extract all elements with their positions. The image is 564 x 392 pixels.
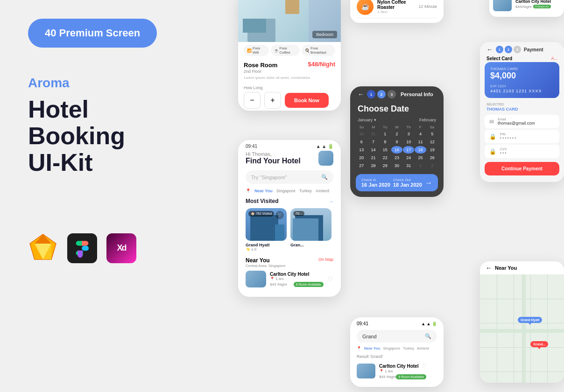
top-hotel-item: Carlton City Hotel $45/Night 8 Room Av <box>493 0 560 13</box>
room-floor: 2nd Floor <box>244 69 335 74</box>
cal-day-31prev[interactable]: 31 <box>367 130 379 138</box>
cal-day-8[interactable]: 8 <box>380 138 391 146</box>
favorite-icon-1[interactable]: ♡ <box>275 211 284 219</box>
book-now-button[interactable]: Book Now <box>285 93 329 108</box>
search-input-bar[interactable]: Grand 🔍 <box>357 330 437 343</box>
hotel-badge-1: 🏠 782 Visited <box>248 211 274 217</box>
screens-area: Carlton City Hotel $45/Night 8 Room Av ☕… <box>196 0 564 392</box>
cal-day-25[interactable]: 25 <box>415 154 426 161</box>
cal-day-11[interactable]: 11 <box>415 138 426 146</box>
cal-day-2[interactable]: 2 <box>391 130 402 138</box>
tag-turkey[interactable]: Turkey <box>299 189 312 193</box>
search-tag-sg[interactable]: Singapore <box>383 346 400 350</box>
email-icon: ✉ <box>489 119 494 125</box>
on-map-link[interactable]: On Map <box>318 257 333 268</box>
cal-day-29[interactable]: 29 <box>380 162 391 169</box>
favorite-icon-near[interactable]: ♡ <box>327 275 333 283</box>
coffee-info: Nylon Coffee Roaster 1.3km <box>377 0 415 14</box>
step-3: 3 <box>388 90 396 98</box>
search-bar[interactable]: Try "Singapore" 🔍 <box>246 170 333 184</box>
calendar-grid: SuMTuWThFSa 30 31 1 2 3 4 5 6 7 8 9 10 1… <box>350 124 444 170</box>
greeting: Hi Thomas, Find Your Hotel <box>246 151 301 165</box>
add-card-link[interactable]: A... <box>551 56 557 61</box>
amenity-breakfast: 🍳Free Breakfast <box>302 45 335 56</box>
cal-day-19[interactable]: 19 <box>427 146 438 154</box>
tag-near-you[interactable]: Near You <box>254 189 273 193</box>
cal-day-16[interactable]: 16 <box>391 146 402 154</box>
tag-amterd[interactable]: Amterd <box>316 189 329 193</box>
cal-day-9[interactable]: 9 <box>391 138 402 146</box>
search-icon-bar: 🔍 <box>425 333 431 339</box>
title-line2: UI-Kit <box>28 149 93 176</box>
cal-day-3[interactable]: 3 <box>403 130 414 138</box>
calendar-step-label: Personal Info <box>401 91 433 97</box>
search-tag-amterd[interactable]: Amterd <box>417 346 429 350</box>
hotel-card-1[interactable]: 🏠 782 Visited ♡ Grand Hyatt ⭐4.8 <box>246 208 287 252</box>
most-visited-link[interactable]: → <box>329 199 333 204</box>
calendar-confirm-arrow[interactable]: → <box>425 179 432 187</box>
cal-day-15[interactable]: 15 <box>380 146 391 154</box>
title-line1: Hotel Booking <box>28 96 125 149</box>
search-result-favorite[interactable]: ♡ <box>421 363 426 369</box>
hotel-card-2[interactable]: 78... Gran... <box>290 208 331 252</box>
checkin-label: Check In <box>361 178 390 182</box>
month-february[interactable]: February <box>419 118 436 122</box>
cal-day-30prev[interactable]: 30 <box>356 130 367 138</box>
top-hotel-price: $45/Night <box>515 5 531 9</box>
greeting-main: Find Your Hotel <box>246 157 301 165</box>
cal-day-12[interactable]: 12 <box>427 138 438 146</box>
cal-day-26[interactable]: 26 <box>427 154 438 161</box>
cal-day-6[interactable]: 6 <box>356 138 367 146</box>
calendar-back[interactable]: ← <box>358 91 364 98</box>
map-background: Grand Hyatt Grand... <box>480 274 564 383</box>
pin-content: PIN ••••••• <box>500 133 517 140</box>
cvv-dots: ••• <box>500 151 507 155</box>
cal-day-24[interactable]: 24 <box>403 154 414 161</box>
cal-day-4[interactable]: 4 <box>415 130 426 138</box>
coffee-item: ☕ Nylon Coffee Roaster 1.3km 12 Minute <box>357 0 437 18</box>
continue-payment-button[interactable]: Continue Payment <box>485 162 559 175</box>
search-status-time: 09:41 <box>357 321 368 326</box>
amenity-wifi: 📶Free Wifi <box>244 45 269 56</box>
phone-coffee: ☕ Nylon Coffee Roaster 1.3km 12 Minute <box>350 0 444 23</box>
cal-day-17[interactable]: 17 <box>403 146 414 154</box>
top-hotel-name: Carlton City Hotel <box>515 0 551 4</box>
minus-button[interactable]: − <box>244 92 261 109</box>
cal-day-5[interactable]: 5 <box>427 130 438 138</box>
cal-day-1[interactable]: 1 <box>380 130 391 138</box>
month-january[interactable]: January ▾ <box>358 118 376 122</box>
cal-day-31[interactable]: 31 <box>403 162 414 169</box>
cal-day-10[interactable]: 10 <box>403 138 414 146</box>
map-back[interactable]: ← <box>486 264 492 272</box>
cal-day-2next[interactable]: 2 <box>427 162 438 169</box>
search-result-item[interactable]: Carlton City Hotel ♡ 📍 1.4m $45 /Night 8… <box>350 361 444 381</box>
cal-day-30[interactable]: 30 <box>391 162 402 169</box>
cal-day-13[interactable]: 13 <box>356 146 367 154</box>
hotel-name-2: Gran... <box>290 243 331 247</box>
cal-day-21[interactable]: 21 <box>367 154 379 161</box>
plus-button[interactable]: + <box>264 92 281 109</box>
tag-singapore[interactable]: Singapore <box>276 189 296 193</box>
cal-day-23[interactable]: 23 <box>391 154 402 161</box>
payment-back[interactable]: ← <box>486 46 493 53</box>
cal-day-18[interactable]: 18 <box>415 146 426 154</box>
near-you-section: Near You Central Area, Singapore On Map … <box>238 253 341 289</box>
search-tag-near[interactable]: Near You <box>364 346 380 350</box>
cal-day-22[interactable]: 22 <box>380 154 391 161</box>
search-result-info: Carlton City Hotel ♡ 📍 1.4m $45 /Night 8… <box>379 363 426 379</box>
greeting-sub: Hi Thomas, <box>246 151 301 157</box>
search-tag-turkey[interactable]: Turkey <box>403 346 414 350</box>
map-pin-grand[interactable]: Grand... <box>530 341 548 347</box>
cal-day-28[interactable]: 28 <box>367 162 379 169</box>
cal-day-14[interactable]: 14 <box>367 146 379 154</box>
cal-day-20[interactable]: 20 <box>356 154 367 161</box>
user-avatar <box>318 151 333 166</box>
search-placeholder: Try "Singapore" <box>251 175 287 180</box>
map-pin-grand-hyatt[interactable]: Grand Hyatt <box>518 317 542 323</box>
cvv-content: CVV ••• <box>500 147 507 155</box>
cal-day-27[interactable]: 27 <box>356 162 367 169</box>
cal-day-1next[interactable]: 1 <box>415 162 426 169</box>
status-time: 09:41 <box>246 144 257 149</box>
hotel-card-image-1: 🏠 782 Visited ♡ <box>246 208 287 241</box>
cal-day-7[interactable]: 7 <box>367 138 379 146</box>
